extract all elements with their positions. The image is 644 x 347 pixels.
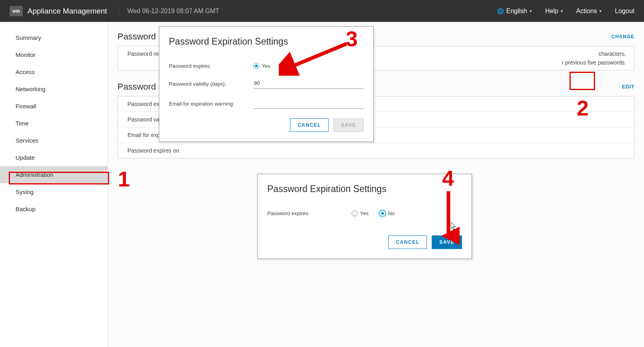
sidebar-item-summary[interactable]: Summary (0, 29, 108, 46)
dialog2-radio-yes[interactable]: Yes (352, 210, 368, 216)
chevron-down-icon: ▾ (561, 9, 563, 13)
radio-no-label: No (388, 210, 395, 216)
sidebar-item-firewall[interactable]: Firewall (0, 98, 108, 115)
sidebar-item-services[interactable]: Services (0, 132, 108, 149)
dialog1-label-validity: Password validity (days): (169, 81, 253, 87)
sidebar: Summary Monitor Access Networking Firewa… (0, 22, 108, 347)
globe-icon: 🌐 (497, 8, 504, 14)
radio-no-label: No (290, 63, 296, 69)
dialog1-radio-no[interactable]: No (281, 63, 296, 69)
dialog1-cancel-button[interactable]: CANCEL (290, 118, 329, 132)
dialog2-radio-no[interactable]: No (380, 210, 395, 216)
timestamp: Wed 06-12-2019 08:07 AM GMT (127, 8, 219, 15)
logo: vm (10, 6, 23, 16)
logout-label: Logout (615, 8, 634, 15)
sidebar-item-networking[interactable]: Networking (0, 80, 108, 98)
dialog-password-expiration-1: Password Expiration Settings Password ex… (159, 26, 374, 142)
lang-label: English (506, 8, 527, 15)
actions-label: Actions (576, 8, 597, 15)
radio-yes-label: Yes (262, 63, 270, 69)
sidebar-item-backup[interactable]: Backup (0, 200, 108, 218)
dialog-password-expiration-2: Password Expiration Settings Password ex… (257, 174, 472, 259)
dialog1-label-email: Email for expiration warning: (169, 101, 253, 107)
lang-menu[interactable]: 🌐 English ▾ (497, 8, 531, 15)
dialog1-save-button[interactable]: SAVE (333, 118, 364, 132)
radio-icon (380, 210, 386, 216)
help-label: Help (545, 8, 558, 15)
help-menu[interactable]: Help ▾ (545, 8, 563, 15)
app-title: Appliance Management (27, 7, 107, 16)
sidebar-item-syslog[interactable]: Syslog (0, 183, 108, 200)
radio-icon (352, 210, 358, 216)
dialog1-input-validity[interactable] (253, 78, 364, 89)
sidebar-item-administration[interactable]: Administration (0, 166, 108, 183)
actions-menu[interactable]: Actions ▾ (576, 8, 601, 15)
chevron-down-icon: ▾ (599, 9, 601, 13)
section-title-password: Password (117, 31, 156, 42)
chevron-down-icon: ▾ (530, 9, 532, 13)
sidebar-item-update[interactable]: Update (0, 149, 108, 166)
dialog2-label-expires: Password expires: (267, 210, 352, 216)
radio-icon (253, 63, 259, 69)
dialog2-cancel-button[interactable]: CANCEL (388, 235, 427, 249)
dialog1-title: Password Expiration Settings (169, 36, 364, 47)
topbar: vm Appliance Management Wed 06-12-2019 0… (0, 0, 644, 22)
dialog1-label-expires: Password expires: (169, 63, 253, 69)
change-button[interactable]: CHANGE (611, 34, 634, 39)
sidebar-item-monitor[interactable]: Monitor (0, 46, 108, 63)
sidebar-item-access[interactable]: Access (0, 63, 108, 80)
edit-button[interactable]: EDIT (622, 84, 634, 90)
dialog2-title: Password Expiration Settings (267, 184, 462, 194)
radio-icon (281, 63, 287, 69)
dialog2-save-button[interactable]: SAVE (432, 235, 462, 249)
divider (118, 4, 119, 18)
radio-yes-label: Yes (360, 210, 368, 216)
row-expires-on: Password expires on (127, 147, 251, 154)
sidebar-item-time[interactable]: Time (0, 115, 108, 132)
logout-link[interactable]: Logout (615, 8, 634, 15)
dialog1-radio-yes[interactable]: Yes (253, 63, 270, 69)
dialog1-input-email[interactable] (253, 98, 364, 109)
